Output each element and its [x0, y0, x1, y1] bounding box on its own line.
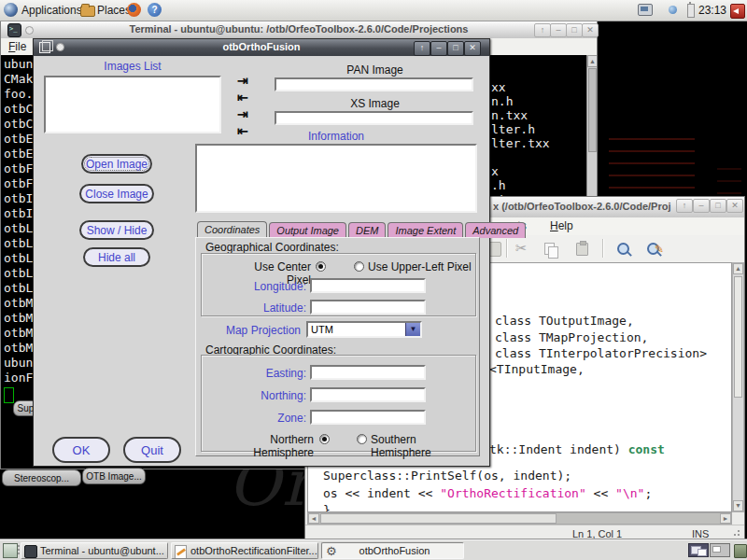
scroll-up-icon[interactable]: ▲: [733, 263, 743, 274]
taskbar-item-label: Terminal - ubuntu@ubunt...: [40, 545, 164, 556]
taskbar-item-terminal[interactable]: Terminal - ubuntu@ubunt...: [21, 542, 168, 559]
transfer-to-xs-button[interactable]: ⇥: [237, 107, 248, 120]
copy-icon[interactable]: [544, 243, 555, 255]
geo-group-label: Geographical Coordinates:: [205, 241, 339, 254]
applications-menu-icon[interactable]: [4, 3, 18, 17]
dialog-titlebar[interactable]: otbOrthoFusion ↑ – □ ✕: [34, 39, 489, 56]
easting-input[interactable]: [310, 365, 426, 380]
taskbar-item-label: otbOrthoFusion: [359, 545, 430, 556]
pan-image-label: PAN Image: [275, 63, 475, 77]
terminal-scrollbar-thumb[interactable]: [588, 68, 597, 152]
terminal-cursor: [4, 387, 14, 403]
transfer-to-pan-button[interactable]: ⇥: [237, 74, 248, 87]
tab-coordinates[interactable]: Coordinates: [197, 221, 267, 238]
workspace-1[interactable]: [688, 543, 709, 557]
resize-grip[interactable]: [733, 529, 740, 537]
dialog-close-button[interactable]: ✕: [464, 41, 481, 56]
latitude-label: Latitude:: [207, 301, 306, 315]
trash-icon[interactable]: [734, 544, 747, 558]
dialog-minimize-button[interactable]: –: [430, 41, 447, 56]
southern-hemisphere-radio[interactable]: [357, 434, 367, 444]
close-image-button[interactable]: Close Image: [79, 184, 154, 203]
display-settings-icon[interactable]: [638, 4, 653, 16]
latitude-input[interactable]: [310, 300, 426, 315]
paste-icon[interactable]: [576, 243, 588, 256]
pan-image-input[interactable]: [275, 77, 473, 91]
find-icon[interactable]: [617, 243, 629, 255]
editor-statusbar: Ln 1, Col 1 INS: [305, 525, 744, 540]
map-projection-dropdown[interactable]: UTM ▼: [306, 321, 422, 338]
code-line: class TOutputImage,: [495, 314, 634, 328]
editor-maximize-button[interactable]: □: [710, 199, 726, 213]
dialog-maximize-button[interactable]: □: [447, 41, 464, 56]
zone-input[interactable]: [310, 410, 426, 425]
desktop-pager-icon[interactable]: [3, 543, 18, 558]
panel-handle[interactable]: [18, 545, 20, 556]
ortho-fusion-dialog: otbOrthoFusion ↑ – □ ✕ Images List ⇥ ⇤ ⇥…: [33, 38, 490, 467]
editor-horizontal-scrollbar[interactable]: ◄ ►: [307, 512, 732, 525]
taskbar-item-editor[interactable]: otbOrthoRectificationFilter....: [171, 542, 318, 559]
cut-icon[interactable]: ✂: [515, 240, 528, 257]
terminal-titlebar[interactable]: Terminal - ubuntu@ubuntu: /otb/OrfeoTool…: [1, 21, 597, 39]
hide-all-button[interactable]: Hide all: [83, 247, 150, 267]
terminal-title: Terminal - ubuntu@ubuntu: /otb/OrfeoTool…: [1, 23, 597, 35]
editor-minimize-button[interactable]: –: [693, 199, 710, 213]
editor-vertical-scrollbar[interactable]: ▲ ▼: [732, 262, 744, 512]
images-listbox[interactable]: [44, 76, 221, 133]
notification-icon[interactable]: [669, 6, 677, 14]
shaded-window-otb-image[interactable]: OTB Image...: [82, 468, 146, 484]
tab-dem[interactable]: DEM: [348, 222, 386, 238]
toolbar-partial-icon[interactable]: [488, 242, 501, 257]
insert-mode-status: INS: [692, 528, 709, 539]
northern-hemisphere-radio[interactable]: [319, 434, 330, 444]
workspace-2[interactable]: [710, 543, 730, 557]
xs-image-input[interactable]: [275, 111, 473, 125]
editor-help-menu[interactable]: Help: [550, 219, 573, 232]
quit-button[interactable]: Quit: [123, 437, 181, 463]
logout-icon[interactable]: [730, 4, 745, 19]
firefox-launcher-icon[interactable]: [127, 3, 141, 17]
places-folder-icon[interactable]: [80, 6, 95, 17]
scroll-left-icon[interactable]: ◄: [308, 513, 319, 524]
northing-input[interactable]: [310, 387, 426, 402]
open-image-button[interactable]: Open Image: [81, 154, 152, 174]
transfer-from-pan-button[interactable]: ⇤: [237, 91, 248, 104]
shaded-window-stereoscopic[interactable]: Stereoscop...: [2, 469, 81, 486]
editor-close-button[interactable]: ✕: [726, 199, 743, 213]
places-menu[interactable]: Places: [97, 4, 131, 17]
information-label: Information: [195, 130, 477, 143]
dropdown-arrow-icon[interactable]: ▼: [405, 323, 420, 336]
terminal-close-button[interactable]: ✕: [582, 23, 599, 37]
editor-hscrollbar-thumb[interactable]: [320, 513, 557, 524]
code-line: os << indent << "OrthoRectification" << …: [323, 486, 652, 500]
ok-button[interactable]: OK: [52, 437, 110, 463]
tab-image-extent[interactable]: Image Extent: [388, 222, 463, 238]
images-list-label: Images List: [44, 60, 221, 73]
code-line: class TInterpolatorPrecision>: [495, 346, 707, 360]
applications-menu[interactable]: Applications: [21, 4, 82, 17]
scroll-down-icon[interactable]: ▼: [733, 500, 743, 511]
code-line: class TMapProjection,: [495, 330, 648, 344]
terminal-shade-button[interactable]: ↑: [534, 23, 551, 37]
tab-output-image[interactable]: Output Image: [269, 222, 346, 238]
terminal-output-line: n.txx: [491, 108, 585, 122]
clock[interactable]: 23:13: [698, 4, 726, 17]
scroll-right-icon[interactable]: ►: [720, 513, 731, 524]
dialog-shade-button[interactable]: ↑: [414, 41, 430, 56]
longitude-input[interactable]: [310, 278, 426, 293]
use-center-pixel-radio[interactable]: [316, 261, 326, 272]
scroll-up-icon[interactable]: ▲: [587, 55, 597, 67]
tab-advanced[interactable]: Advanced: [465, 222, 526, 238]
coordinates-tab-panel: Geographical Coordinates: Use Center Pix…: [195, 237, 480, 456]
editor-shade-button[interactable]: ↑: [676, 199, 693, 213]
taskbar-item-ortho-fusion[interactable]: ⚙ otbOrthoFusion: [321, 542, 464, 559]
terminal-file-menu[interactable]: File: [8, 40, 26, 53]
editor-vscrollbar-thumb[interactable]: [734, 276, 742, 398]
use-upper-left-radio[interactable]: [354, 261, 364, 272]
terminal-maximize-button[interactable]: □: [566, 23, 583, 37]
help-launcher-icon[interactable]: ?: [148, 3, 162, 17]
terminal-minimize-button[interactable]: –: [550, 23, 567, 37]
carto-groupbox: Easting: Northing: Zone: Northern Hemisp…: [201, 355, 476, 452]
show-hide-button[interactable]: Show / Hide: [79, 220, 154, 240]
geo-groupbox: Use Center Pixel Use Upper-Left Pixel Lo…: [201, 253, 476, 316]
